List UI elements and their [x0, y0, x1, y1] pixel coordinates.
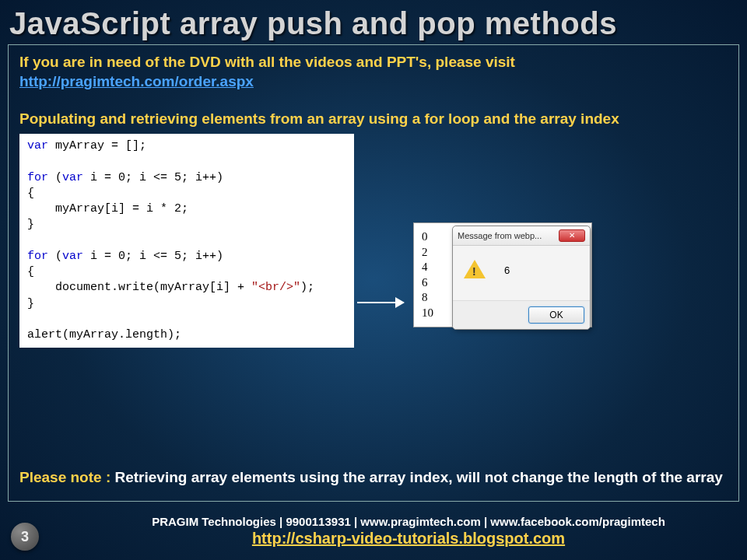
ok-button[interactable]: OK	[528, 306, 584, 324]
alert-dialog: Message from webp... ✕ 6 OK	[452, 226, 591, 330]
footer-line1: PRAGIM Technologies | 9900113931 | www.p…	[152, 515, 665, 528]
intro-text: If you are in need of the DVD with all t…	[19, 53, 728, 91]
dialog-title: Message from webp...	[458, 231, 542, 240]
note-prefix: Please note :	[19, 469, 115, 485]
arrow-icon	[357, 302, 404, 303]
order-link[interactable]: http://pragimtech.com/order.aspx	[19, 73, 254, 89]
close-icon[interactable]: ✕	[559, 229, 585, 242]
dialog-message: 6	[504, 264, 510, 276]
intro-line: If you are in need of the DVD with all t…	[19, 54, 515, 70]
content-box: If you are in need of the DVD with all t…	[8, 44, 739, 502]
subheading: Populating and retrieving elements from …	[19, 110, 728, 129]
code-block: var myArray = []; for (var i = 0; i <= 5…	[19, 134, 354, 348]
warning-icon	[464, 260, 486, 278]
slide-title: JavaScript array push and pop methods	[0, 0, 747, 44]
slide-footer: 3 PRAGIM Technologies | 9900113931 | www…	[0, 515, 747, 560]
dialog-titlebar: Message from webp... ✕	[453, 226, 590, 246]
dialog-body: 6	[453, 246, 590, 300]
output-numbers: 0246810	[419, 228, 442, 322]
note-text: Please note : Retrieving array elements …	[19, 467, 728, 488]
note-body: Retrieving array elements using the arra…	[115, 469, 723, 485]
dialog-footer: OK	[453, 300, 590, 329]
footer-link[interactable]: http://csharp-video-tutorials.blogspot.c…	[86, 530, 731, 548]
page-number: 3	[11, 523, 39, 551]
footer-text: PRAGIM Technologies | 9900113931 | www.p…	[86, 515, 731, 548]
